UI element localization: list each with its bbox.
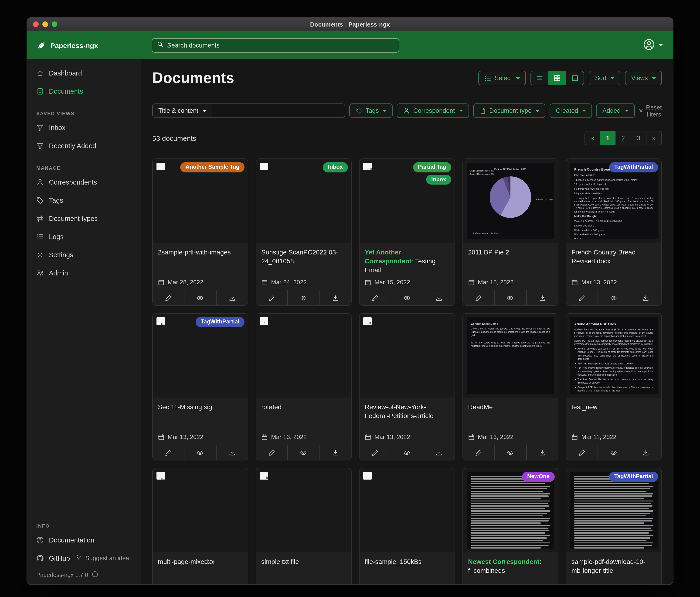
document-card[interactable]: Review of New York Federal Petitions for… bbox=[359, 313, 455, 460]
tags-filter-button[interactable]: Tags bbox=[349, 103, 393, 118]
card-thumbnail[interactable]: This is a test file. bbox=[256, 469, 351, 552]
card-title[interactable]: French Country Bread Revised.docx bbox=[566, 243, 661, 279]
sidebar-item-document-types[interactable]: Document types bbox=[27, 209, 141, 228]
download-button[interactable] bbox=[216, 445, 248, 460]
download-button[interactable] bbox=[526, 290, 558, 305]
document-card[interactable]: the text that appears on the first page.… bbox=[256, 313, 352, 460]
card-thumbnail[interactable]: Lorem ipsumLorem ipsum dolor sit amet, c… bbox=[359, 469, 454, 552]
card-thumbnail[interactable]: Another Sample Tag bbox=[153, 159, 248, 243]
view-button[interactable] bbox=[184, 290, 216, 305]
document-card[interactable]: Contact Sheet DemoGiven a set of image f… bbox=[462, 313, 558, 460]
pagination-page-1[interactable]: 1 bbox=[600, 131, 616, 145]
card-title[interactable]: simple txt file bbox=[256, 552, 351, 584]
sidebar-item-documents[interactable]: Documents bbox=[27, 82, 141, 100]
download-button[interactable] bbox=[629, 445, 661, 460]
edit-button[interactable] bbox=[566, 445, 598, 460]
tag-pill[interactable]: Another Sample Tag bbox=[180, 162, 245, 172]
edit-button[interactable] bbox=[256, 445, 288, 460]
document-type-filter-button[interactable]: Document type bbox=[473, 103, 546, 118]
search-input[interactable] bbox=[167, 42, 394, 49]
sidebar-item-recently-added[interactable]: Recently Added bbox=[27, 137, 141, 155]
sidebar-item-github[interactable]: GitHub bbox=[27, 549, 74, 567]
sidebar-item-tags[interactable]: Tags bbox=[27, 191, 141, 209]
reset-filters-button[interactable]: × Reset filters bbox=[639, 104, 662, 118]
filter-query-input[interactable] bbox=[212, 103, 345, 118]
download-button[interactable] bbox=[526, 445, 558, 460]
card-title[interactable]: 2sample-pdf-with-images bbox=[153, 243, 248, 279]
card-thumbnail[interactable]: TagWithPartial bbox=[566, 469, 661, 552]
download-button[interactable] bbox=[319, 290, 351, 305]
close-window-button[interactable] bbox=[33, 21, 39, 27]
card-thumbnail[interactable]: Release NotesSimba ODBC Driver for SQL S… bbox=[359, 159, 454, 243]
view-button[interactable] bbox=[288, 290, 320, 305]
card-title[interactable]: Sonstige ScanPC2022 03-24_081058 bbox=[256, 243, 351, 279]
card-thumbnail[interactable]: the text that appears on the first page.… bbox=[256, 314, 351, 398]
sidebar-item-documentation[interactable]: Documentation bbox=[27, 531, 141, 549]
correspondent-filter-button[interactable]: Correspondent bbox=[397, 103, 469, 118]
pagination-next-button[interactable]: » bbox=[646, 131, 662, 145]
card-title[interactable]: file-sample_150kBs bbox=[359, 552, 454, 584]
brand[interactable]: Paperless-ngx bbox=[27, 40, 141, 50]
card-title[interactable]: multi-page-mixedxx bbox=[153, 552, 248, 584]
document-card[interactable]: Another Sample Tag 2sample-pdf-with-imag… bbox=[152, 159, 248, 306]
user-menu[interactable] bbox=[643, 39, 673, 52]
card-thumbnail[interactable]: Patient BP Distribution 2011Normal, 232,… bbox=[463, 159, 558, 243]
card-thumbnail[interactable]: NewOne bbox=[463, 469, 558, 552]
card-thumbnail[interactable]: Contact Sheet DemoGiven a set of image f… bbox=[463, 314, 558, 398]
document-card[interactable]: This is a multi page document. Page 1. m… bbox=[152, 468, 248, 584]
view-button[interactable] bbox=[598, 445, 630, 460]
document-card[interactable]: Release NotesSimba ODBC Driver for SQL S… bbox=[359, 159, 455, 306]
document-card[interactable]: NewOne Newest Correspondent: f_combineds bbox=[462, 468, 558, 584]
detail-view-button[interactable] bbox=[566, 71, 584, 85]
card-title[interactable]: 2011 BP Pie 2 bbox=[463, 243, 558, 279]
tag-pill[interactable]: Inbox bbox=[426, 174, 451, 185]
tag-pill[interactable]: Inbox bbox=[323, 162, 348, 172]
card-thumbnail[interactable]: This is a multi page document. Page 1. bbox=[153, 469, 248, 552]
document-card[interactable]: Patient BP Distribution 2011Normal, 232,… bbox=[462, 159, 558, 306]
download-button[interactable] bbox=[216, 290, 248, 305]
sidebar-item-inbox[interactable]: Inbox bbox=[27, 118, 141, 137]
view-button[interactable] bbox=[391, 290, 423, 305]
zoom-window-button[interactable] bbox=[52, 21, 57, 27]
pagination-page-3[interactable]: 3 bbox=[631, 131, 646, 145]
tag-pill[interactable]: TagWithPartial bbox=[196, 317, 245, 327]
select-button[interactable]: Select bbox=[478, 71, 526, 85]
edit-button[interactable] bbox=[463, 290, 494, 305]
card-title[interactable]: test_new bbox=[566, 398, 661, 433]
edit-button[interactable] bbox=[463, 445, 494, 460]
tag-pill[interactable]: NewOne bbox=[522, 472, 555, 482]
sidebar-item-settings[interactable]: Settings bbox=[27, 246, 141, 264]
edit-button[interactable] bbox=[359, 290, 391, 305]
view-button[interactable] bbox=[494, 290, 526, 305]
edit-button[interactable] bbox=[566, 290, 598, 305]
view-button[interactable] bbox=[598, 290, 630, 305]
card-thumbnail[interactable]: Adobe Acrobat PDF FilesAdobe® Portable D… bbox=[566, 314, 661, 398]
card-title[interactable]: Yet Another Correspondent: Testing Email bbox=[359, 243, 454, 279]
tag-pill[interactable]: TagWithPartial bbox=[609, 162, 658, 172]
document-card[interactable]: French Country BreadFor the Leaven:1 hea… bbox=[566, 159, 662, 306]
minimize-window-button[interactable] bbox=[42, 21, 48, 27]
document-card[interactable]: Adobe Acrobat PDF FilesAdobe® Portable D… bbox=[566, 313, 662, 460]
card-title[interactable]: Review-of-New-York-Federal-Petitions-art… bbox=[359, 398, 454, 433]
filter-field-selector[interactable]: Title & content bbox=[152, 103, 212, 118]
download-button[interactable] bbox=[629, 290, 661, 305]
tag-pill[interactable]: Partial Tag bbox=[413, 162, 451, 172]
document-card[interactable]: Lorem ipsumLorem ipsum dolor sit amet, c… bbox=[359, 468, 455, 584]
download-button[interactable] bbox=[319, 445, 351, 460]
card-thumbnail[interactable]: Review of New York Federal Petitions for… bbox=[359, 314, 454, 398]
sort-button[interactable]: Sort bbox=[589, 71, 621, 85]
pagination-prev-button[interactable]: « bbox=[584, 131, 600, 145]
view-button[interactable] bbox=[288, 445, 320, 460]
download-button[interactable] bbox=[423, 290, 454, 305]
sidebar-item-dashboard[interactable]: Dashboard bbox=[27, 64, 141, 82]
sidebar-item-logs[interactable]: Logs bbox=[27, 228, 141, 246]
sidebar-item-admin[interactable]: Admin bbox=[27, 264, 141, 282]
card-title[interactable]: Sec 11-Missing sig bbox=[153, 398, 248, 433]
document-card[interactable]: This is a test for the double space char… bbox=[256, 159, 352, 306]
card-title[interactable]: sample-pdf-download-10-mb-longer-title bbox=[566, 552, 661, 584]
added-filter-button[interactable]: Added bbox=[596, 103, 634, 118]
edit-button[interactable] bbox=[359, 445, 391, 460]
document-card[interactable]: TagWithPartial sample-pdf-download-10-mb… bbox=[566, 468, 662, 584]
card-title[interactable]: rotated bbox=[256, 398, 351, 433]
card-title[interactable]: ReadMe bbox=[463, 398, 558, 433]
